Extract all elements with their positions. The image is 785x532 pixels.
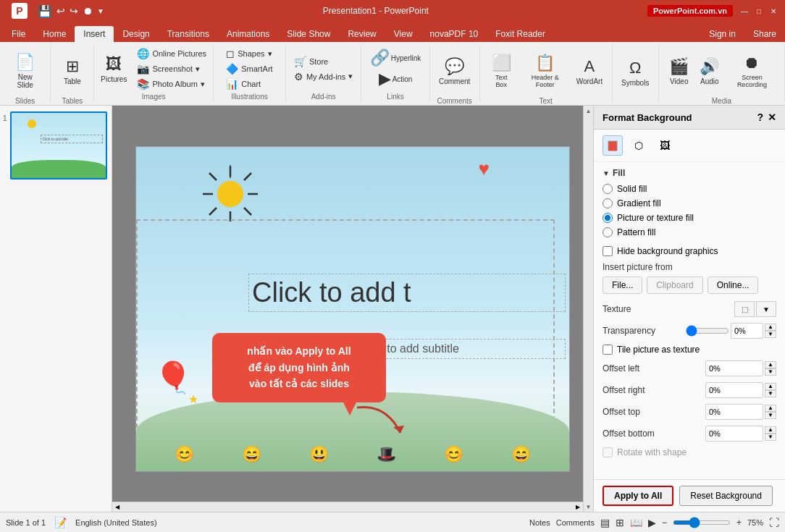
maximize-button[interactable]: □: [753, 5, 765, 17]
picture-texture-fill-option[interactable]: Picture or texture fill: [603, 213, 776, 223]
tab-signin[interactable]: Sign in: [700, 26, 744, 42]
smartart-button[interactable]: 🔷 SmartArt: [222, 62, 277, 76]
minimize-button[interactable]: —: [739, 5, 750, 17]
slide-thumbnail[interactable]: Click to add title: [10, 111, 107, 180]
transparency-slider[interactable]: [686, 325, 729, 337]
reset-background-button[interactable]: Reset Background: [679, 486, 773, 506]
tab-home[interactable]: Home: [34, 26, 75, 42]
audio-button[interactable]: 🔊 Audio: [695, 46, 724, 96]
offset-left-down[interactable]: ▼: [765, 368, 776, 376]
offset-right-up[interactable]: ▲: [765, 383, 776, 390]
symbols-button[interactable]: Ω Symbols: [617, 48, 653, 98]
offset-right-down[interactable]: ▼: [765, 390, 776, 397]
offset-bottom-up[interactable]: ▲: [765, 426, 776, 434]
texture-dropdown-btn[interactable]: ▼: [756, 301, 776, 317]
text-box-button[interactable]: ⬜ Text Box: [486, 46, 518, 96]
scroll-right-btn[interactable]: ▶: [573, 502, 583, 512]
texture-picker[interactable]: ⬚: [734, 301, 755, 317]
photo-album-button[interactable]: 📚 Photo Album▾: [133, 77, 211, 91]
offset-bottom-input[interactable]: [705, 426, 763, 442]
fit-to-window-icon[interactable]: ⛶: [769, 517, 779, 528]
horizontal-scroll[interactable]: ◀ ▶: [112, 502, 583, 512]
hide-background-graphics-checkbox[interactable]: [603, 246, 613, 256]
tab-view[interactable]: View: [385, 26, 421, 42]
tab-slideshow[interactable]: Slide Show: [278, 26, 339, 42]
scroll-left-btn[interactable]: ◀: [112, 502, 122, 512]
notes-btn[interactable]: Notes: [529, 518, 550, 527]
action-button[interactable]: ▶ Action: [366, 69, 426, 90]
format-panel-help-btn[interactable]: ?: [757, 111, 763, 123]
offset-top-up[interactable]: ▲: [765, 405, 776, 412]
vertical-scroll[interactable]: ▲ ▼: [583, 106, 593, 512]
my-addins-button[interactable]: ⚙ My Add-ins▾: [290, 69, 357, 84]
clipboard-button[interactable]: Clipboard: [647, 276, 702, 294]
scroll-up-btn[interactable]: ▲: [584, 106, 593, 116]
zoom-in-icon[interactable]: +: [736, 518, 742, 528]
wordart-button[interactable]: A WordArt: [573, 46, 605, 96]
solid-fill-option[interactable]: Solid fill: [603, 184, 776, 194]
hyperlink-button[interactable]: 🔗 Hyperlink: [366, 48, 426, 69]
header-footer-button[interactable]: 📋 Header & Footer: [519, 46, 571, 96]
file-button[interactable]: File...: [603, 276, 642, 294]
rotate-with-shape-option[interactable]: Rotate with shape: [603, 447, 776, 457]
offset-right-input[interactable]: [705, 382, 763, 398]
picture-texture-fill-radio[interactable]: [603, 213, 613, 223]
slide-sorter-icon[interactable]: ⊞: [616, 517, 624, 528]
slide-canvas[interactable]: ♥ Click to add t Click to add subtitle 🎈…: [135, 146, 570, 472]
offset-left-input[interactable]: [705, 360, 763, 376]
offset-top-down[interactable]: ▼: [765, 412, 776, 419]
offset-bottom-down[interactable]: ▼: [765, 434, 776, 441]
online-button[interactable]: Online...: [708, 276, 759, 294]
slideshow-icon[interactable]: ▶: [648, 517, 656, 528]
gradient-fill-option[interactable]: Gradient fill: [603, 198, 776, 208]
zoom-slider[interactable]: [673, 520, 731, 525]
shapes-button[interactable]: ◻ Shapes▾: [222, 46, 277, 61]
comment-button[interactable]: 💬 Comment: [435, 46, 474, 96]
window-buttons[interactable]: — □ ✕: [739, 5, 779, 17]
tile-picture-option[interactable]: Tile picture as texture: [603, 345, 776, 355]
offset-top-input[interactable]: [705, 404, 763, 420]
solid-fill-radio[interactable]: [603, 184, 613, 194]
record-icon[interactable]: ⏺: [83, 5, 93, 17]
pictures-button[interactable]: 🖼 Pictures: [96, 47, 131, 90]
tab-share[interactable]: Share: [744, 26, 785, 42]
redo-icon[interactable]: ↪: [70, 5, 78, 17]
normal-view-icon[interactable]: ▤: [600, 517, 610, 528]
save-icon[interactable]: 💾: [38, 4, 52, 18]
picture-icon[interactable]: 🖼: [655, 135, 675, 156]
status-notes-icon[interactable]: 📝: [54, 517, 67, 528]
tile-picture-checkbox[interactable]: [603, 345, 613, 355]
comments-btn[interactable]: Comments: [556, 518, 595, 527]
screenshot-button[interactable]: 📷 Screenshot▾: [133, 62, 211, 76]
zoom-out-icon[interactable]: −: [662, 518, 667, 528]
tab-insert[interactable]: Insert: [75, 26, 114, 42]
scroll-down-btn[interactable]: ▼: [584, 502, 593, 512]
tab-file[interactable]: File: [3, 26, 34, 42]
undo-icon[interactable]: ↩: [56, 5, 65, 17]
title-placeholder[interactable]: Click to add t: [248, 274, 566, 312]
tab-design[interactable]: Design: [114, 26, 158, 42]
quick-access-dropdown[interactable]: ▼: [97, 7, 104, 15]
tab-novapdf[interactable]: novaPDF 10: [421, 26, 487, 42]
pattern-fill-radio[interactable]: [603, 227, 613, 237]
chart-button[interactable]: 📊 Chart: [222, 77, 277, 91]
gradient-fill-radio[interactable]: [603, 198, 613, 208]
collapse-arrow-icon[interactable]: ▼: [603, 169, 610, 177]
transparency-down[interactable]: ▼: [765, 331, 776, 338]
tab-foxit[interactable]: Foxit Reader: [487, 26, 554, 42]
transparency-input[interactable]: [731, 323, 763, 339]
tab-animations[interactable]: Animations: [218, 26, 278, 42]
new-slide-button[interactable]: 📄 New Slide: [6, 46, 44, 96]
online-pictures-button[interactable]: 🌐 Online Pictures: [133, 46, 211, 61]
offset-left-up[interactable]: ▲: [765, 361, 776, 368]
screen-recording-button[interactable]: ⏺ Screen Recording: [726, 46, 778, 96]
effects-icon[interactable]: ⬡: [629, 135, 649, 156]
fill-icon[interactable]: [603, 135, 623, 156]
format-panel-close-btn[interactable]: ✕: [768, 111, 776, 123]
pattern-fill-option[interactable]: Pattern fill: [603, 227, 776, 237]
apply-to-all-button[interactable]: Apply to All: [603, 486, 673, 506]
hide-background-graphics-option[interactable]: Hide background graphics: [603, 246, 776, 256]
store-button[interactable]: 🛒 Store: [290, 54, 357, 69]
table-button[interactable]: ⊞ Table: [58, 46, 87, 96]
tab-transitions[interactable]: Transitions: [159, 26, 218, 42]
